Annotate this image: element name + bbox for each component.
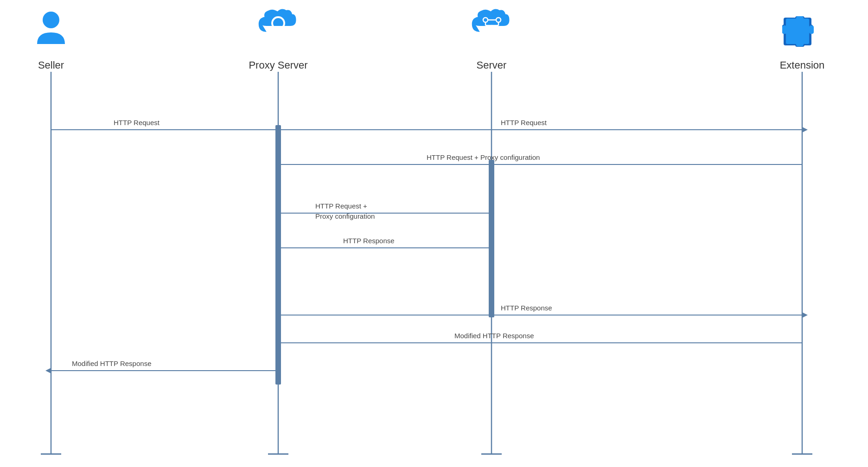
diagram-container: HTTP Request HTTP Request HTTP Request +… [0, 0, 868, 467]
msg8-label: Modified HTTP Response [72, 360, 151, 367]
server-icon [472, 9, 510, 32]
svg-rect-17 [782, 25, 787, 34]
svg-rect-16 [786, 19, 809, 44]
seller-label: Seller [38, 59, 64, 71]
extension-icon [782, 16, 814, 47]
msg6-label: HTTP Response [501, 304, 552, 312]
msg2-label: HTTP Request [501, 119, 547, 126]
server-label: Server [477, 59, 507, 71]
msg4-label2: Proxy configuration [315, 212, 375, 220]
msg8-arrow [45, 368, 51, 373]
proxy-icon [259, 9, 296, 32]
msg2-arrow [802, 127, 808, 133]
svg-line-2 [282, 27, 287, 32]
activation-server [489, 160, 494, 317]
seller-icon [37, 12, 65, 44]
msg1-label: HTTP Request [114, 119, 160, 126]
svg-point-0 [43, 12, 59, 28]
msg7-label: Modified HTTP Response [454, 332, 534, 340]
svg-rect-18 [796, 16, 804, 21]
msg6-arrow [802, 312, 808, 318]
proxy-label: Proxy Server [249, 59, 307, 71]
svg-rect-19 [809, 25, 814, 34]
svg-point-5 [490, 25, 494, 30]
msg3-label: HTTP Request + Proxy configuration [427, 153, 540, 161]
msg4-label1: HTTP Request + [315, 202, 367, 210]
extension-label: Extension [780, 59, 825, 71]
sequence-diagram-svg: HTTP Request HTTP Request HTTP Request +… [0, 0, 868, 467]
msg5-label: HTTP Response [343, 237, 395, 245]
svg-rect-20 [796, 42, 804, 46]
